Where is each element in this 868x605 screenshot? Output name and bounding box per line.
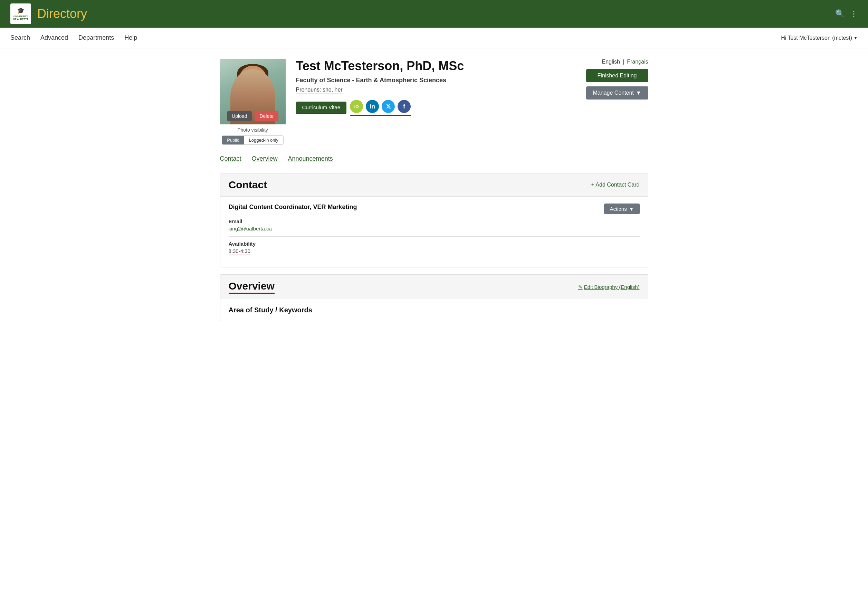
search-icon[interactable]: 🔍 bbox=[835, 9, 845, 18]
tab-overview[interactable]: Overview bbox=[252, 155, 278, 166]
linkedin-icon[interactable]: in bbox=[366, 100, 379, 113]
manage-content-label: Manage Content bbox=[593, 90, 634, 96]
actions-button[interactable]: Actions ▼ bbox=[604, 203, 639, 214]
edit-bio-icon: ✎ bbox=[578, 284, 583, 290]
edit-biography-button[interactable]: ✎ Edit Biography (English) bbox=[578, 284, 640, 290]
site-title: Directory bbox=[37, 6, 87, 21]
email-value[interactable]: king2@ualberta.ca bbox=[229, 226, 640, 231]
header-left: 🎓 UNIVERSITY OF ALBERTA Directory bbox=[10, 3, 87, 24]
user-menu[interactable]: Hi Test McTesterson (mctest) ▼ bbox=[781, 35, 858, 41]
site-header: 🎓 UNIVERSITY OF ALBERTA Directory 🔍 ⋮ bbox=[0, 0, 868, 28]
nav-search[interactable]: Search bbox=[10, 34, 30, 42]
actions-label: Actions bbox=[610, 206, 626, 212]
area-of-study-title: Area of Study / Keywords bbox=[229, 306, 640, 314]
lang-separator: | bbox=[623, 59, 624, 65]
cv-button[interactable]: Curriculum Vitae bbox=[296, 102, 347, 114]
visibility-loggedin[interactable]: Logged-in only bbox=[244, 136, 283, 144]
profile-name: Test McTesterson, PhD, MSc bbox=[296, 59, 569, 73]
manage-content-button[interactable]: Manage Content ▼ bbox=[586, 86, 648, 99]
header-icons: 🔍 ⋮ bbox=[835, 9, 858, 18]
menu-icon[interactable]: ⋮ bbox=[850, 9, 858, 18]
tab-announcements[interactable]: Announcements bbox=[288, 155, 333, 166]
profile-section: Upload Delete Photo visibility Public Lo… bbox=[220, 59, 648, 145]
overview-section: Overview ✎ Edit Biography (English) Area… bbox=[220, 275, 648, 321]
actions-caret: ▼ bbox=[629, 206, 634, 212]
nav-left: Search Advanced Departments Help bbox=[10, 34, 137, 42]
user-greeting: Hi Test McTesterson (mctest) bbox=[781, 35, 852, 41]
main-nav: Search Advanced Departments Help Hi Test… bbox=[0, 28, 868, 48]
nav-advanced[interactable]: Advanced bbox=[40, 34, 68, 42]
availability-value: 8:30-4:30 bbox=[229, 248, 250, 255]
visibility-public[interactable]: Public bbox=[222, 136, 244, 144]
add-contact-card-button[interactable]: + Add Contact Card bbox=[591, 182, 639, 188]
language-switcher: English | Français bbox=[602, 59, 648, 65]
contact-card-title: Digital Content Coordinator, VER Marketi… bbox=[229, 203, 640, 214]
logo-icon: 🎓 bbox=[17, 7, 25, 14]
lang-english[interactable]: English bbox=[602, 59, 620, 65]
nav-help[interactable]: Help bbox=[124, 34, 137, 42]
profile-actions: English | Français Finished Editing Mana… bbox=[579, 59, 648, 99]
overview-section-header: Overview ✎ Edit Biography (English) bbox=[220, 275, 648, 299]
tab-contact[interactable]: Contact bbox=[220, 155, 242, 166]
photo-visibility-label: Photo visibility bbox=[237, 127, 268, 133]
overview-section-body: Area of Study / Keywords bbox=[220, 299, 648, 321]
availability-field: Availability 8:30-4:30 bbox=[229, 241, 640, 255]
profile-photo-area: Upload Delete Photo visibility Public Lo… bbox=[220, 59, 286, 145]
twitter-icon[interactable]: 𝕏 bbox=[382, 100, 395, 113]
contact-section-title: Contact bbox=[229, 179, 267, 191]
contact-divider bbox=[229, 236, 640, 237]
facebook-icon[interactable]: f bbox=[398, 100, 411, 113]
manage-content-caret: ▼ bbox=[636, 90, 642, 96]
contact-card: Digital Content Coordinator, VER Marketi… bbox=[229, 203, 640, 255]
university-logo[interactable]: 🎓 UNIVERSITY OF ALBERTA bbox=[10, 3, 31, 24]
contact-section-header: Contact + Add Contact Card bbox=[220, 174, 648, 197]
edit-bio-label: Edit Biography (English) bbox=[584, 284, 640, 290]
user-menu-caret: ▼ bbox=[854, 36, 858, 40]
delete-button[interactable]: Delete bbox=[254, 111, 278, 121]
overview-section-title: Overview bbox=[229, 280, 274, 294]
contact-section-body: Digital Content Coordinator, VER Marketi… bbox=[220, 197, 648, 267]
email-field: Email king2@ualberta.ca bbox=[229, 218, 640, 231]
main-content: Upload Delete Photo visibility Public Lo… bbox=[0, 48, 868, 332]
email-label: Email bbox=[229, 218, 640, 224]
profile-info: Test McTesterson, PhD, MSc Faculty of Sc… bbox=[296, 59, 569, 116]
sub-nav: Contact Overview Announcements bbox=[220, 155, 648, 166]
profile-pronouns: Pronouns: she, her bbox=[296, 87, 343, 94]
social-links: iD in 𝕏 f bbox=[350, 100, 411, 116]
visibility-toggle: Public Logged-in only bbox=[222, 135, 284, 145]
photo-buttons: Upload Delete bbox=[220, 111, 286, 121]
availability-label: Availability bbox=[229, 241, 640, 247]
job-title: Digital Content Coordinator, VER Marketi… bbox=[229, 203, 357, 211]
profile-department: Faculty of Science - Earth & Atmospheric… bbox=[296, 77, 569, 84]
logo-text: UNIVERSITY OF ALBERTA bbox=[13, 15, 28, 21]
lang-french[interactable]: Français bbox=[627, 59, 648, 65]
upload-button[interactable]: Upload bbox=[227, 111, 252, 121]
orcid-icon[interactable]: iD bbox=[350, 100, 363, 113]
finished-editing-button[interactable]: Finished Editing bbox=[586, 69, 648, 82]
nav-departments[interactable]: Departments bbox=[78, 34, 114, 42]
profile-links: Curriculum Vitae iD in 𝕏 f bbox=[296, 100, 569, 116]
contact-section: Contact + Add Contact Card Digital Conte… bbox=[220, 173, 648, 267]
